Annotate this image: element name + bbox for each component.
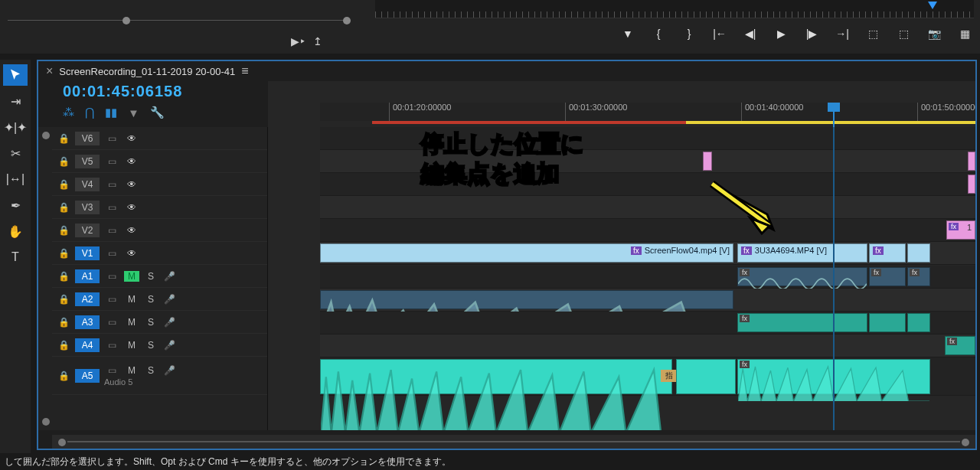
- go-in-icon[interactable]: |←: [712, 26, 727, 41]
- step-fwd-icon[interactable]: |▶: [804, 26, 819, 41]
- track-row-v1[interactable]: fxScreenFlow04.mp4 [V] fx3U3A4694.MP4 [V…: [320, 242, 975, 265]
- track-header-v1[interactable]: 🔒V1▭👁: [52, 242, 267, 265]
- solo-button[interactable]: S: [144, 365, 158, 376]
- track-header-a5[interactable]: 🔒A5▭MS🎤Audio 5: [52, 357, 267, 395]
- lock-icon[interactable]: 🔒: [57, 133, 70, 144]
- out-point-icon[interactable]: }: [681, 26, 697, 41]
- ripple-tool[interactable]: ✦|✦: [3, 116, 28, 138]
- solo-button[interactable]: S: [144, 271, 158, 282]
- track-header-a4[interactable]: 🔒A4▭MS🎤: [52, 334, 267, 357]
- eye-icon[interactable]: 👁: [124, 248, 139, 259]
- track-target[interactable]: A1: [75, 269, 100, 283]
- marker-icon[interactable]: ▼: [620, 26, 635, 41]
- slip-tool[interactable]: |↔|: [3, 168, 28, 190]
- audio-clip[interactable]: fx: [907, 267, 930, 286]
- lock-icon[interactable]: 🔒: [57, 317, 70, 328]
- track-row-a3[interactable]: fx: [320, 312, 975, 335]
- video-clip[interactable]: [907, 243, 930, 263]
- solo-button[interactable]: S: [144, 294, 158, 305]
- sync-lock-icon[interactable]: ▭: [104, 294, 119, 305]
- sync-lock-icon[interactable]: ▭: [104, 317, 119, 328]
- lock-icon[interactable]: 🔒: [57, 156, 70, 167]
- mic-icon[interactable]: 🎤: [162, 317, 176, 328]
- in-point-icon[interactable]: {: [651, 26, 666, 41]
- mute-button[interactable]: M: [124, 294, 139, 305]
- track-target[interactable]: A3: [75, 315, 100, 329]
- audio-clip[interactable]: [869, 313, 906, 332]
- lock-icon[interactable]: 🔒: [57, 179, 70, 190]
- mute-button[interactable]: M: [124, 271, 139, 282]
- panel-menu-icon[interactable]: ≡: [241, 64, 248, 78]
- video-clip[interactable]: fx: [869, 243, 906, 263]
- audio-clip[interactable]: [320, 359, 672, 394]
- audio-clip[interactable]: fx: [737, 313, 867, 332]
- mic-icon[interactable]: 🎤: [162, 294, 176, 305]
- insert-mode-icon[interactable]: ⁂: [63, 106, 74, 119]
- track-target[interactable]: V5: [75, 155, 100, 168]
- lock-icon[interactable]: 🔒: [57, 370, 70, 381]
- sync-lock-icon[interactable]: ▭: [104, 133, 119, 144]
- mic-icon[interactable]: 🎤: [162, 271, 176, 282]
- track-target[interactable]: V1: [75, 246, 100, 260]
- track-target[interactable]: A5: [75, 369, 100, 383]
- sync-lock-icon[interactable]: ▭: [104, 271, 119, 282]
- audio-clip[interactable]: fx: [737, 267, 867, 286]
- track-target[interactable]: V4: [75, 178, 100, 191]
- video-clip[interactable]: [968, 152, 975, 171]
- selection-tool[interactable]: [3, 64, 28, 86]
- play-insert-icon[interactable]: ▶‣: [291, 35, 305, 47]
- mic-icon[interactable]: 🎤: [162, 365, 176, 376]
- audio-clip[interactable]: fx: [869, 267, 906, 286]
- eye-icon[interactable]: 👁: [124, 179, 139, 190]
- audio-clip[interactable]: [907, 313, 930, 332]
- track-row-a1[interactable]: fx fx fx: [320, 266, 975, 289]
- eye-icon[interactable]: 👁: [124, 202, 139, 213]
- settings-icon[interactable]: ▦: [957, 26, 972, 41]
- play-icon[interactable]: ▶: [773, 26, 789, 41]
- vertical-scrollbar[interactable]: [38, 127, 52, 430]
- wrench-icon[interactable]: 🔧: [150, 106, 165, 119]
- video-clip[interactable]: fxScreenFlow04.mp4 [V]: [320, 243, 733, 263]
- eye-icon[interactable]: 👁: [124, 156, 139, 167]
- horizontal-scrollbar[interactable]: [52, 435, 975, 449]
- tracks-body[interactable]: fx1 fxScreenFlow04.mp4 [V] fx3U3A4694.MP…: [320, 127, 975, 430]
- mute-button[interactable]: M: [124, 340, 139, 351]
- video-clip[interactable]: fx3U3A4694.MP4 [V]: [737, 243, 867, 263]
- extract-icon[interactable]: ⬚: [896, 26, 911, 41]
- step-back-icon[interactable]: ◀|: [743, 26, 758, 41]
- track-row-a5[interactable]: 指 fx: [320, 357, 975, 396]
- sync-lock-icon[interactable]: ▭: [104, 365, 119, 376]
- track-row-v5[interactable]: [320, 150, 975, 173]
- video-clip[interactable]: fx1: [946, 220, 975, 240]
- sequence-name[interactable]: ScreenRecording_01-11-2019 20-00-41: [59, 66, 235, 77]
- go-out-icon[interactable]: →|: [835, 26, 850, 41]
- track-target[interactable]: V2: [75, 224, 100, 237]
- time-ruler[interactable]: 00:01:20:00000 00:01:30:00000 00:01:40:0…: [320, 103, 975, 121]
- lift-icon[interactable]: ⬚: [865, 26, 880, 41]
- track-select-tool[interactable]: ⇥: [3, 90, 28, 112]
- track-target[interactable]: V3: [75, 201, 100, 214]
- track-row-v2[interactable]: fx1: [320, 219, 975, 242]
- marker[interactable]: 指: [661, 370, 678, 382]
- hand-tool[interactable]: ✋: [3, 220, 28, 242]
- sync-lock-icon[interactable]: ▭: [104, 340, 119, 351]
- audio-clip[interactable]: fx: [945, 336, 975, 355]
- track-target[interactable]: A2: [75, 292, 100, 306]
- marker-add-icon[interactable]: ▼: [128, 106, 139, 119]
- track-target[interactable]: A4: [75, 338, 100, 352]
- mute-button[interactable]: M: [124, 317, 139, 328]
- track-header-a2[interactable]: 🔒A2▭MS🎤: [52, 288, 267, 311]
- razor-tool[interactable]: ✂: [3, 142, 28, 164]
- pen-tool[interactable]: ✒: [3, 194, 28, 216]
- export-icon[interactable]: ↥: [313, 35, 322, 47]
- track-header-v4[interactable]: 🔒V4▭👁: [52, 173, 267, 196]
- timeline-area[interactable]: 00:01:20:00000 00:01:30:00000 00:01:40:0…: [268, 81, 975, 430]
- track-row-v6[interactable]: [320, 127, 975, 150]
- audio-clip[interactable]: [320, 290, 733, 309]
- track-header-a3[interactable]: 🔒A3▭MS🎤: [52, 311, 267, 334]
- sync-lock-icon[interactable]: ▭: [104, 225, 119, 236]
- mute-button[interactable]: M: [124, 365, 139, 376]
- eye-icon[interactable]: 👁: [124, 133, 139, 144]
- lock-icon[interactable]: 🔒: [57, 202, 70, 213]
- sync-lock-icon[interactable]: ▭: [104, 202, 119, 213]
